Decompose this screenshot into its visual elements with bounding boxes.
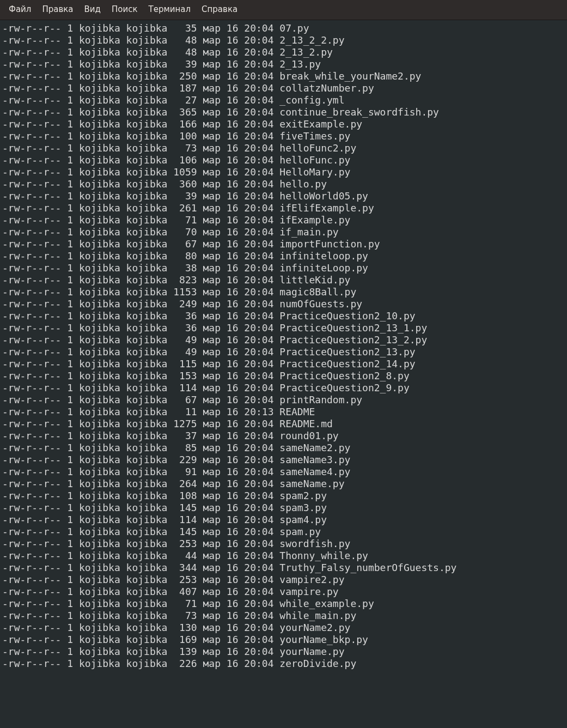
ls-row: -rw-r--r-- 1 kojibka kojibka 67 мар 16 2… (2, 238, 567, 250)
ls-row: -rw-r--r-- 1 kojibka kojibka 264 мар 16 … (2, 478, 567, 490)
ls-row: -rw-r--r-- 1 kojibka kojibka 169 мар 16 … (2, 634, 567, 646)
ls-row: -rw-r--r-- 1 kojibka kojibka 166 мар 16 … (2, 118, 567, 130)
ls-row: -rw-r--r-- 1 kojibka kojibka 71 мар 16 2… (2, 598, 567, 610)
ls-row: -rw-r--r-- 1 kojibka kojibka 100 мар 16 … (2, 130, 567, 142)
ls-row: -rw-r--r-- 1 kojibka kojibka 48 мар 16 2… (2, 34, 567, 46)
menu-file[interactable]: Файл (3, 2, 36, 16)
ls-row: -rw-r--r-- 1 kojibka kojibka 80 мар 16 2… (2, 250, 567, 262)
ls-row: -rw-r--r-- 1 kojibka kojibka 823 мар 16 … (2, 274, 567, 286)
ls-row: -rw-r--r-- 1 kojibka kojibka 38 мар 16 2… (2, 262, 567, 274)
ls-row: -rw-r--r-- 1 kojibka kojibka 39 мар 16 2… (2, 190, 567, 202)
ls-row: -rw-r--r-- 1 kojibka kojibka 1153 мар 16… (2, 286, 567, 298)
ls-row: -rw-r--r-- 1 kojibka kojibka 71 мар 16 2… (2, 214, 567, 226)
ls-row: -rw-r--r-- 1 kojibka kojibka 253 мар 16 … (2, 574, 567, 586)
ls-row: -rw-r--r-- 1 kojibka kojibka 44 мар 16 2… (2, 550, 567, 562)
ls-row: -rw-r--r-- 1 kojibka kojibka 187 мар 16 … (2, 82, 567, 94)
ls-row: -rw-r--r-- 1 kojibka kojibka 49 мар 16 2… (2, 334, 567, 346)
ls-row: -rw-r--r-- 1 kojibka kojibka 130 мар 16 … (2, 622, 567, 634)
ls-row: -rw-r--r-- 1 kojibka kojibka 36 мар 16 2… (2, 322, 567, 334)
menu-search[interactable]: Поиск (106, 2, 143, 16)
ls-row: -rw-r--r-- 1 kojibka kojibka 11 мар 16 2… (2, 406, 567, 418)
ls-row: -rw-r--r-- 1 kojibka kojibka 106 мар 16 … (2, 154, 567, 166)
ls-row: -rw-r--r-- 1 kojibka kojibka 73 мар 16 2… (2, 142, 567, 154)
ls-row: -rw-r--r-- 1 kojibka kojibka 35 мар 16 2… (2, 22, 567, 34)
ls-row: -rw-r--r-- 1 kojibka kojibka 114 мар 16 … (2, 382, 567, 394)
menubar: Файл Правка Вид Поиск Терминал Справка (0, 0, 567, 20)
ls-row: -rw-r--r-- 1 kojibka kojibka 48 мар 16 2… (2, 46, 567, 58)
ls-row: -rw-r--r-- 1 kojibka kojibka 344 мар 16 … (2, 562, 567, 574)
ls-row: -rw-r--r-- 1 kojibka kojibka 39 мар 16 2… (2, 58, 567, 70)
ls-row: -rw-r--r-- 1 kojibka kojibka 85 мар 16 2… (2, 442, 567, 454)
ls-row: -rw-r--r-- 1 kojibka kojibka 250 мар 16 … (2, 70, 567, 82)
ls-row: -rw-r--r-- 1 kojibka kojibka 360 мар 16 … (2, 178, 567, 190)
ls-row: -rw-r--r-- 1 kojibka kojibka 365 мар 16 … (2, 106, 567, 118)
ls-row: -rw-r--r-- 1 kojibka kojibka 407 мар 16 … (2, 586, 567, 598)
ls-row: -rw-r--r-- 1 kojibka kojibka 37 мар 16 2… (2, 430, 567, 442)
menu-terminal[interactable]: Терминал (143, 2, 196, 16)
ls-row: -rw-r--r-- 1 kojibka kojibka 1059 мар 16… (2, 166, 567, 178)
menu-help[interactable]: Справка (196, 2, 243, 16)
ls-row: -rw-r--r-- 1 kojibka kojibka 36 мар 16 2… (2, 310, 567, 322)
terminal-output[interactable]: -rw-r--r-- 1 kojibka kojibka 35 мар 16 2… (0, 20, 567, 672)
ls-row: -rw-r--r-- 1 kojibka kojibka 261 мар 16 … (2, 202, 567, 214)
ls-row: -rw-r--r-- 1 kojibka kojibka 49 мар 16 2… (2, 346, 567, 358)
ls-row: -rw-r--r-- 1 kojibka kojibka 73 мар 16 2… (2, 610, 567, 622)
ls-row: -rw-r--r-- 1 kojibka kojibka 145 мар 16 … (2, 526, 567, 538)
ls-row: -rw-r--r-- 1 kojibka kojibka 145 мар 16 … (2, 502, 567, 514)
ls-row: -rw-r--r-- 1 kojibka kojibka 108 мар 16 … (2, 490, 567, 502)
ls-row: -rw-r--r-- 1 kojibka kojibka 139 мар 16 … (2, 646, 567, 658)
ls-row: -rw-r--r-- 1 kojibka kojibka 1275 мар 16… (2, 418, 567, 430)
ls-row: -rw-r--r-- 1 kojibka kojibka 249 мар 16 … (2, 298, 567, 310)
ls-row: -rw-r--r-- 1 kojibka kojibka 70 мар 16 2… (2, 226, 567, 238)
ls-row: -rw-r--r-- 1 kojibka kojibka 67 мар 16 2… (2, 394, 567, 406)
ls-row: -rw-r--r-- 1 kojibka kojibka 27 мар 16 2… (2, 94, 567, 106)
ls-row: -rw-r--r-- 1 kojibka kojibka 229 мар 16 … (2, 454, 567, 466)
ls-row: -rw-r--r-- 1 kojibka kojibka 253 мар 16 … (2, 538, 567, 550)
menu-edit[interactable]: Правка (36, 2, 78, 16)
ls-row: -rw-r--r-- 1 kojibka kojibka 91 мар 16 2… (2, 466, 567, 478)
ls-row: -rw-r--r-- 1 kojibka kojibka 153 мар 16 … (2, 370, 567, 382)
menu-view[interactable]: Вид (79, 2, 106, 16)
ls-row: -rw-r--r-- 1 kojibka kojibka 226 мар 16 … (2, 658, 567, 670)
ls-row: -rw-r--r-- 1 kojibka kojibka 114 мар 16 … (2, 514, 567, 526)
ls-row: -rw-r--r-- 1 kojibka kojibka 115 мар 16 … (2, 358, 567, 370)
